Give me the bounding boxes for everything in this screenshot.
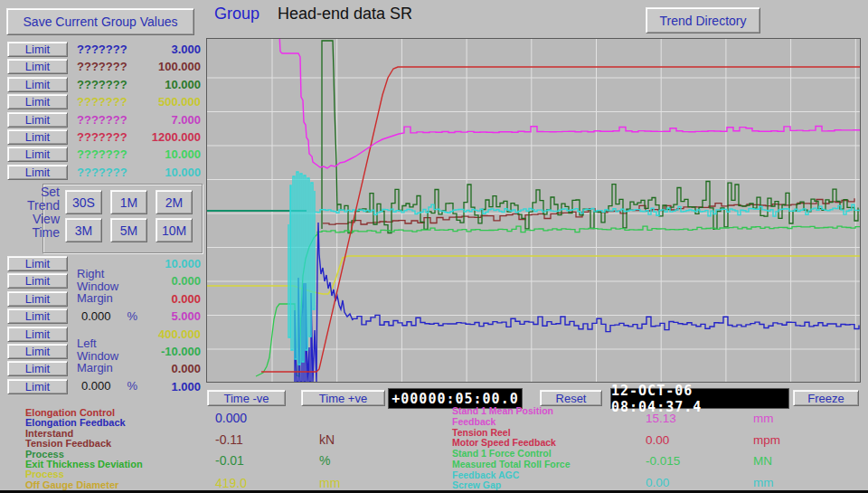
limit-row: Limit???????100.000 — [7, 59, 201, 75]
readout-unit: mm — [319, 476, 340, 490]
margin-label-line: Window — [77, 280, 118, 293]
limit-row: Limit???????10.000 — [7, 77, 201, 93]
page-title: Head-end data SR — [278, 5, 412, 24]
readout-channel-label: Tension ReelMotor Speed Feedback — [452, 428, 556, 449]
trend-display-window: Save Current Group Values Group Head-end… — [0, 0, 868, 493]
readout-value: 15.13 — [646, 412, 676, 425]
limit-value: 400.000 — [158, 327, 201, 341]
legend-entry: Off Gauge Diameter — [25, 480, 143, 490]
trend-view-time-label: Set Trend View Time — [5, 185, 60, 240]
trend-time-30s-button[interactable]: 30S — [65, 190, 102, 214]
trend-chart-area — [206, 38, 861, 383]
trend-time-5m-button[interactable]: 5M — [110, 218, 147, 242]
limit-button[interactable]: Limit — [7, 77, 68, 92]
readout-value: -0.11 — [215, 432, 243, 447]
limit-value: 100.000 — [158, 60, 201, 73]
readout-label-line: Stand 1 Force Control — [452, 449, 571, 460]
readout-value: 419.0 — [215, 476, 247, 490]
margin-value: 0.000 — [81, 309, 111, 323]
limit-row: Limit???????10.000 — [7, 147, 201, 163]
limit-value: 10.000 — [165, 78, 201, 91]
readout-label-line: Stand 1 Mean Position — [452, 406, 553, 417]
time-positive-button[interactable]: Time +ve — [301, 390, 385, 406]
limit-value: 10.000 — [165, 147, 201, 161]
readout-value: -0.015 — [646, 454, 680, 468]
limit-value: 1200.000 — [152, 130, 201, 144]
readout-value: 0.00 — [646, 433, 669, 447]
limit-button[interactable]: Limit — [7, 165, 68, 180]
save-current-group-values-button[interactable]: Save Current Group Values — [6, 8, 194, 35]
limit-button[interactable]: Limit — [7, 361, 68, 376]
trend-label-line: Time — [5, 226, 60, 240]
limit-button[interactable]: Limit — [7, 344, 68, 359]
margin-unit: % — [127, 309, 138, 323]
margin-label-line: Window — [77, 350, 118, 363]
readout-value: -0.01 — [215, 453, 244, 468]
limit-value: 7.000 — [171, 113, 201, 127]
group-label: Group — [214, 5, 259, 24]
left-window-margin-label: Left Window Margin — [77, 337, 118, 374]
limit-channel-label: ??????? — [77, 78, 127, 91]
readout-label-line: Feedback — [452, 417, 553, 428]
margin-label-line: Left — [77, 337, 118, 350]
limit-button[interactable]: Limit — [7, 327, 68, 342]
limit-value: 0.000 — [171, 292, 201, 306]
readout-unit: % — [319, 453, 330, 468]
datetime-display: 12-OCT-06 08:04:37.4 — [610, 388, 789, 409]
time-negative-button[interactable]: Time -ve — [207, 390, 286, 406]
readout-unit: mm — [753, 476, 774, 489]
limit-button[interactable]: Limit — [7, 308, 68, 324]
limit-value: 500.000 — [158, 95, 201, 109]
limit-button[interactable]: Limit — [7, 59, 68, 74]
limit-channel-label: ??????? — [77, 130, 127, 144]
readout-unit: mpm — [753, 433, 780, 447]
limit-value: 10.000 — [165, 257, 201, 270]
limit-button[interactable]: Limit — [7, 147, 68, 162]
channel-legend: Elongation ControlElongation FeedbackInt… — [25, 408, 143, 490]
limit-button[interactable]: Limit — [7, 94, 68, 109]
readout-label-line: Motor Speed Feedback — [452, 438, 556, 449]
readout-label-line: Screw Gap — [452, 480, 519, 491]
limit-button[interactable]: Limit — [7, 273, 68, 289]
trend-label-line: View — [5, 213, 60, 226]
limit-value: 0.000 — [171, 274, 201, 288]
readout-label-line: Measured Total Roll Force — [452, 460, 571, 470]
readout-channel-label: Stand 1 Mean PositionFeedback — [452, 406, 553, 427]
readout-unit: mm — [753, 412, 774, 425]
margin-label-line: Margin — [77, 292, 118, 305]
limit-button[interactable]: Limit — [7, 42, 68, 57]
limit-channel-label: ??????? — [77, 60, 127, 73]
readout-value: 0.00 — [646, 476, 669, 489]
readout-channel-label: Stand 1 Force ControlMeasured Total Roll… — [452, 449, 571, 469]
limit-value: 10.000 — [165, 166, 201, 179]
limit-button[interactable]: Limit — [7, 379, 68, 394]
margin-label-line: Right — [77, 268, 118, 280]
limit-value: 1.000 — [171, 380, 201, 393]
limit-row: Limit???????10.000 — [7, 165, 201, 181]
reset-button[interactable]: Reset — [540, 390, 602, 406]
margin-label-line: Margin — [77, 362, 118, 374]
readout-channel-label: Feedback AGCScrew Gap — [452, 470, 519, 491]
legend-entry: Tension Feedback — [25, 439, 143, 449]
margin-unit: % — [127, 379, 138, 393]
limit-button[interactable]: Limit — [7, 112, 68, 128]
limit-row: Limit???????500.000 — [7, 94, 201, 110]
trend-time-2m-button[interactable]: 2M — [156, 190, 193, 214]
right-window-margin-label: Right Window Margin — [77, 268, 118, 305]
readout-unit: MN — [753, 454, 772, 468]
limit-row: Limit???????7.000 — [7, 112, 201, 128]
trend-time-10m-button[interactable]: 10M — [156, 218, 193, 242]
readout-value: 0.000 — [215, 411, 247, 425]
limit-button[interactable]: Limit — [7, 129, 68, 145]
left-window-margin-value: 0.000% — [81, 379, 137, 393]
limit-channel-label: ??????? — [77, 166, 127, 179]
trend-time-1m-button[interactable]: 1M — [110, 190, 147, 214]
trend-label-line: Set — [5, 185, 60, 199]
limit-button[interactable]: Limit — [7, 256, 68, 271]
trend-directory-button[interactable]: Trend Directory — [646, 7, 760, 33]
limit-button[interactable]: Limit — [7, 291, 68, 307]
freeze-button[interactable]: Freeze — [793, 390, 859, 406]
limit-value: 5.000 — [171, 309, 201, 323]
limit-channel-label: ??????? — [77, 147, 127, 161]
trend-time-3m-button[interactable]: 3M — [65, 218, 102, 242]
